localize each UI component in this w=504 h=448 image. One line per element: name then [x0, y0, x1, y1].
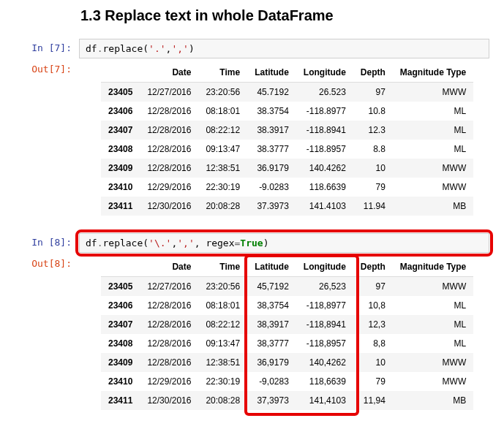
cell-1-output-row: Out[7]: DateTimeLatitudeLongitudeDepthMa… [15, 60, 489, 219]
table-cell: 38.3917 [247, 121, 296, 140]
in-prompt-1: In [7]: [15, 39, 79, 58]
table-cell: 22:30:19 [198, 372, 247, 391]
table-cell: -118.8941 [296, 121, 353, 140]
table-cell: 26.523 [296, 83, 353, 102]
column-header: Longitude [296, 257, 353, 277]
output-area-2: DateTimeLatitudeLongitudeDepthMagnitude … [79, 254, 489, 415]
table-cell: 23:20:56 [198, 277, 247, 297]
table-cell: -118,8977 [296, 296, 353, 315]
table-cell: ML [393, 140, 473, 159]
table-cell: 36.9179 [247, 159, 296, 178]
table-cell: 12/27/2016 [140, 83, 198, 102]
table-cell: MWW [393, 83, 473, 102]
table-cell: 20:08:28 [198, 391, 247, 410]
column-header: Time [198, 63, 247, 83]
table-cell: 37.3973 [247, 197, 296, 216]
table-cell: 20:08:28 [198, 197, 247, 216]
row-index: 23405 [101, 277, 140, 297]
row-index: 23406 [101, 102, 140, 121]
table-cell: 140.4262 [296, 159, 353, 178]
dataframe-table-2: DateTimeLatitudeLongitudeDepthMagnitude … [101, 257, 473, 410]
table-cell: MB [393, 391, 473, 410]
code-input-2[interactable]: df.replace('\.',',', regex=True) [79, 233, 489, 253]
row-index: 23410 [101, 178, 140, 197]
table-cell: 8.8 [353, 140, 393, 159]
table-cell: 79 [353, 372, 393, 391]
table-cell: 10 [353, 353, 393, 372]
table-cell: 23:20:56 [198, 83, 247, 102]
table-cell: 38,3754 [247, 296, 296, 315]
table-cell: 118.6639 [296, 178, 353, 197]
out-prompt-2: Out[8]: [15, 254, 79, 415]
table-row: 2340812/28/201609:13:4738.3777-118.89578… [101, 140, 473, 159]
row-index: 23410 [101, 372, 140, 391]
row-index: 23408 [101, 334, 140, 353]
output-area-1: DateTimeLatitudeLongitudeDepthMagnitude … [79, 60, 489, 219]
table-cell: 12:38:51 [198, 353, 247, 372]
table-cell: 12/28/2016 [140, 334, 198, 353]
code-input-1[interactable]: df.replace('.',',') [79, 39, 489, 58]
table-cell: 11,94 [353, 391, 393, 410]
table-row: 2340712/28/201608:22:1238.3917-118.89411… [101, 121, 473, 140]
table-cell: 08:22:12 [198, 121, 247, 140]
column-header: Depth [353, 63, 393, 83]
in-prompt-2: In [8]: [15, 233, 79, 253]
table-cell: ML [393, 296, 473, 315]
row-index: 23405 [101, 83, 140, 102]
table-cell: 37,3973 [247, 391, 296, 410]
cell-2-output-row: Out[8]: DateTimeLatitudeLongitudeDepthMa… [15, 254, 489, 415]
index-header [101, 63, 140, 83]
row-index: 23407 [101, 121, 140, 140]
table-cell: MWW [393, 277, 473, 297]
row-index: 23409 [101, 159, 140, 178]
column-header: Depth [353, 257, 393, 277]
table-cell: 10 [353, 159, 393, 178]
table-cell: 12/29/2016 [140, 372, 198, 391]
table-cell: 8,8 [353, 334, 393, 353]
table-row: 2340812/28/201609:13:4738,3777-118,89578… [101, 334, 473, 353]
cell-2-input-row: In [8]: df.replace('\.',',', regex=True) [15, 233, 489, 253]
table-cell: 38.3777 [247, 140, 296, 159]
section-heading: 1.3 Replace text in whole DataFrame [80, 7, 489, 24]
column-header: Latitude [247, 63, 296, 83]
table-cell: 12/30/2016 [140, 197, 198, 216]
table-cell: 26,523 [296, 277, 353, 297]
table-row: 2341112/30/201620:08:2837.3973141.410311… [101, 197, 473, 216]
table-cell: MB [393, 197, 473, 216]
table-row: 2341012/29/201622:30:19-9.0283118.663979… [101, 178, 473, 197]
table-row: 2340512/27/201623:20:5645,719226,52397MW… [101, 277, 473, 297]
table-cell: -118.8977 [296, 102, 353, 121]
table-cell: 38,3917 [247, 315, 296, 334]
column-header: Date [140, 257, 198, 277]
table-cell: 12/28/2016 [140, 102, 198, 121]
table-cell: 08:18:01 [198, 102, 247, 121]
table-cell: MWW [393, 353, 473, 372]
code-input-2-highlight: df.replace('\.',',', regex=True) [75, 229, 493, 257]
table-cell: ML [393, 334, 473, 353]
index-header [101, 257, 140, 277]
table-cell: -118,8941 [296, 315, 353, 334]
table-row: 2340712/28/201608:22:1238,3917-118,89411… [101, 315, 473, 334]
table-cell: 12/28/2016 [140, 121, 198, 140]
table-cell: 08:22:12 [198, 315, 247, 334]
column-header: Latitude [247, 257, 296, 277]
table-row: 2341012/29/201622:30:19-9,0283118,663979… [101, 372, 473, 391]
row-index: 23408 [101, 140, 140, 159]
column-header: Longitude [296, 63, 353, 83]
out-prompt-1: Out[7]: [15, 60, 79, 219]
table-cell: 12,3 [353, 315, 393, 334]
row-index: 23411 [101, 391, 140, 410]
table-cell: 141.4103 [296, 197, 353, 216]
column-header: Date [140, 63, 198, 83]
column-header: Magnitude Type [393, 63, 473, 83]
column-header: Magnitude Type [393, 257, 473, 277]
table-cell: -118.8957 [296, 140, 353, 159]
table-cell: 12.3 [353, 121, 393, 140]
table-cell: 12/29/2016 [140, 178, 198, 197]
table-row: 2340512/27/201623:20:5645.719226.52397MW… [101, 83, 473, 102]
table-row: 2340912/28/201612:38:5136,9179140,426210… [101, 353, 473, 372]
row-index: 23411 [101, 197, 140, 216]
table-cell: 09:13:47 [198, 334, 247, 353]
column-header: Time [198, 257, 247, 277]
table-cell: 97 [353, 83, 393, 102]
